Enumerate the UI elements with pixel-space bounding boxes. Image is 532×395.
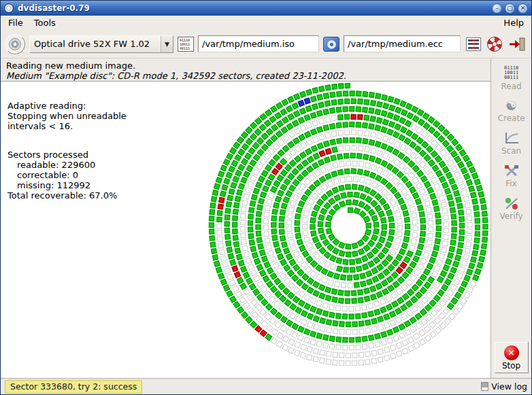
sectors-missing: missing: 112992 bbox=[7, 180, 127, 190]
image-file-icon: 01110 10011 00111 bbox=[178, 37, 194, 52]
total-recoverable: Total recoverable: 67.0% bbox=[7, 190, 127, 201]
ecc-file-icon bbox=[323, 37, 339, 52]
sectors-processed-title: Sectors processed bbox=[7, 150, 127, 160]
chevron-down-icon: ▼ bbox=[161, 36, 173, 52]
drive-select-value: Optical drive 52X FW 1.02 bbox=[30, 39, 161, 49]
sector-spiral bbox=[204, 82, 491, 373]
statusbar: Sector 333680, try 2: success View log bbox=[1, 378, 531, 394]
window-title: dvdisaster-0.79 bbox=[18, 3, 90, 13]
create-button[interactable]: ☯ Create bbox=[493, 95, 530, 126]
menu-file[interactable]: File bbox=[3, 16, 29, 29]
drive-button[interactable] bbox=[5, 34, 25, 54]
stop-button[interactable]: ✕ Stop bbox=[495, 342, 529, 373]
action-sidebar: 01110 10011 00111 Read ☯ Create Scan bbox=[491, 58, 531, 378]
adaptive-reading-title: Adaptive reading: bbox=[7, 101, 127, 111]
content: Reading new medium image. Medium "Exampl… bbox=[1, 58, 531, 378]
status-message: Sector 333680, try 2: success bbox=[5, 380, 142, 394]
read-button[interactable]: 01110 10011 00111 Read bbox=[493, 63, 530, 94]
ecc-path-input[interactable] bbox=[344, 35, 461, 52]
stop-button-label: Stop bbox=[502, 361, 520, 371]
toolbar-right-group bbox=[466, 37, 527, 52]
view-log-button[interactable]: View log bbox=[481, 381, 527, 392]
binary-line: 00111 bbox=[180, 46, 190, 50]
status-header: Reading new medium image. Medium "Exampl… bbox=[1, 58, 491, 82]
yin-yang-icon: ☯ bbox=[505, 99, 517, 112]
verify-button-label: Verify bbox=[500, 211, 523, 221]
quit-icon[interactable] bbox=[508, 37, 526, 52]
menu-tools[interactable]: Tools bbox=[29, 16, 61, 29]
left-column: Reading new medium image. Medium "Exampl… bbox=[1, 58, 491, 378]
binary-read-icon: 01110 10011 00111 bbox=[504, 66, 518, 80]
status-header-line1: Reading new medium image. bbox=[6, 61, 485, 71]
reading-area: Adaptive reading: Stopping when unreadab… bbox=[1, 82, 491, 378]
scan-button[interactable]: Scan bbox=[493, 128, 530, 159]
menubar: File Tools Help bbox=[1, 16, 531, 30]
adaptive-reading-line2: intervals < 16. bbox=[7, 121, 127, 131]
view-log-label: View log bbox=[491, 381, 527, 392]
toolbar: Optical drive 52X FW 1.02 ▼ 01110 10011 … bbox=[1, 30, 531, 58]
preferences-icon[interactable] bbox=[466, 37, 481, 51]
status-header-line2: Medium "Example disc": CD-R mode 1, 3425… bbox=[6, 71, 485, 81]
menu-help[interactable]: Help bbox=[498, 16, 529, 29]
verify-button[interactable]: Verify bbox=[493, 193, 530, 224]
app-icon bbox=[4, 3, 14, 13]
app-window: dvdisaster-0.79 – □ ✕ File Tools Help Op… bbox=[0, 0, 532, 395]
fix-button[interactable]: Fix bbox=[493, 160, 530, 192]
sectors-correctable: correctable: 0 bbox=[7, 170, 127, 180]
optical-disc-icon bbox=[9, 38, 21, 50]
create-button-label: Create bbox=[498, 114, 525, 123]
minimize-button[interactable]: – bbox=[492, 3, 502, 14]
sectors-readable: readable: 229600 bbox=[7, 160, 127, 170]
close-button[interactable]: ✕ bbox=[518, 3, 528, 14]
titlebar[interactable]: dvdisaster-0.79 – □ ✕ bbox=[1, 1, 531, 16]
help-lifebuoy-icon[interactable] bbox=[487, 37, 502, 52]
fix-button-label: Fix bbox=[505, 179, 516, 188]
stop-icon: ✕ bbox=[504, 345, 519, 360]
maximize-button[interactable]: □ bbox=[505, 3, 515, 14]
read-button-label: Read bbox=[501, 82, 522, 91]
adaptive-reading-line1: Stopping when unreadable bbox=[7, 111, 127, 121]
iso-path-input[interactable] bbox=[198, 35, 319, 52]
reading-stats: Adaptive reading: Stopping when unreadab… bbox=[7, 101, 127, 201]
verify-icon bbox=[504, 197, 519, 210]
drive-select[interactable]: Optical drive 52X FW 1.02 ▼ bbox=[29, 35, 173, 53]
scan-button-label: Scan bbox=[501, 146, 521, 156]
fix-tools-icon bbox=[504, 165, 519, 177]
scan-chart-icon bbox=[504, 132, 519, 145]
window-controls: – □ ✕ bbox=[492, 3, 528, 14]
log-file-icon bbox=[481, 382, 488, 391]
